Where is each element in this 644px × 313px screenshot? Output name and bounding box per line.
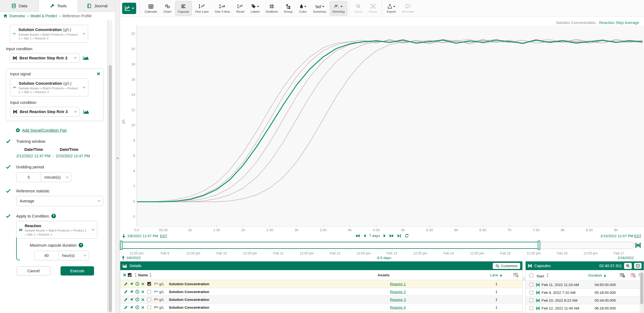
tab-tools[interactable]: Tools xyxy=(39,0,78,12)
scrubber-capsule-icon[interactable] xyxy=(635,242,641,248)
toolbar-summary-button[interactable]: Summary xyxy=(311,1,329,16)
scrubber-start-date[interactable]: 2/8/2022 xyxy=(126,256,141,260)
scrubber-right-handle[interactable] xyxy=(538,241,540,250)
legend-reaction-step-average[interactable]: Reaction Step Average xyxy=(599,21,639,25)
legend-solution-concentration[interactable]: Solution Concentration, xyxy=(556,21,597,25)
add-stat-column-icon[interactable] xyxy=(631,273,636,278)
toolbar-gridlines-button[interactable]: Gridlines xyxy=(263,1,281,16)
row-name[interactable]: Solution Concentration xyxy=(169,290,209,294)
row-name[interactable]: Solution Concentration xyxy=(169,305,209,309)
capsule-row[interactable]: Feb 9, 2022 7:10 AM 05:18:00.000 xyxy=(526,289,644,297)
skip-forward-button[interactable] xyxy=(389,234,394,238)
info-icon[interactable] xyxy=(134,305,140,309)
zoom-to-capsule-button[interactable] xyxy=(624,263,632,269)
max-duration-value-input[interactable]: 40 xyxy=(34,251,59,260)
step-forward-button[interactable] xyxy=(383,234,386,238)
capsule-row[interactable]: Feb 12, 2022 11:40 AM 06:16:00.000 xyxy=(526,304,644,312)
tab-journal[interactable]: Journal xyxy=(78,0,117,12)
capsule-row[interactable]: Feb 10, 2022 8:22 AM 05:34:00.000 xyxy=(526,297,644,304)
capsules-col-duration[interactable]: Duration ▲ xyxy=(588,273,620,277)
condition-trend-icon[interactable] xyxy=(83,55,89,60)
toolbar-capsule-button[interactable]: Capsule xyxy=(175,1,192,16)
remove-icon[interactable] xyxy=(140,306,146,309)
capsule-checkbox[interactable] xyxy=(529,283,533,287)
panel-drag-handle[interactable]: ∥ xyxy=(523,277,525,281)
collapse-sidebar-handle[interactable]: « xyxy=(116,156,119,160)
details-col-name[interactable]: Name xyxy=(138,273,148,277)
apply-condition-select[interactable]: Reaction Sample Assets » Batch Products … xyxy=(16,221,97,239)
toolbar-reset-lanes-button[interactable]: Reset xyxy=(233,1,247,16)
scrubber-left-handle[interactable] xyxy=(120,241,122,250)
toolbar-calendar-button[interactable]: Calendar xyxy=(142,1,160,16)
toolbar-one-lane-button[interactable]: One Lane xyxy=(192,1,212,16)
gridding-unit-select[interactable]: minute(s) xyxy=(41,172,71,182)
training-start[interactable]: 2/12/2022 12:47 PM xyxy=(16,154,50,158)
sort-icon[interactable]: ▲▼ xyxy=(134,272,137,278)
scrollbar-thumb[interactable] xyxy=(109,65,112,312)
toolbar-export-button[interactable]: Export xyxy=(384,1,398,16)
remove-pair-icon[interactable] xyxy=(97,72,100,76)
plot-area[interactable] xyxy=(137,26,644,227)
help-icon[interactable]: ? xyxy=(79,243,83,247)
scrollbar-thumb[interactable] xyxy=(640,273,643,304)
select-all-capsules-checkbox[interactable] xyxy=(529,274,533,277)
capsule-row[interactable]: Feb 11, 2022 11:24 AM 04:50:00.000 xyxy=(526,281,644,289)
collapse-panel-button[interactable] xyxy=(634,263,642,269)
scrubber-end-date[interactable]: 2/16/2022 xyxy=(618,256,634,260)
add-column-icon[interactable] xyxy=(509,273,522,277)
scrubber-selected-range[interactable] xyxy=(121,242,539,249)
execute-button[interactable]: Execute xyxy=(61,266,94,275)
edit-pencil-icon[interactable] xyxy=(123,298,129,301)
max-duration-unit-select[interactable]: hour(s) xyxy=(59,251,89,260)
help-icon[interactable]: ? xyxy=(51,214,56,218)
toolbar-color-button[interactable]: Color xyxy=(296,1,310,16)
timezone-link[interactable]: EST xyxy=(634,234,641,238)
info-icon[interactable] xyxy=(134,298,140,301)
forward-icon[interactable] xyxy=(129,290,134,294)
customize-button[interactable]: Customize xyxy=(493,263,520,269)
details-row-reactor-1[interactable]: g/L Solution Concentration Reactor 1 1 xyxy=(120,280,522,288)
tab-data[interactable]: Data xyxy=(0,0,39,12)
toolbar-one-y-axis-button[interactable]: One Y-Axis xyxy=(212,1,233,16)
refresh-button[interactable] xyxy=(405,234,409,238)
details-row-reactor-2[interactable]: g/L Solution Concentration Reactor 2 1 xyxy=(120,288,522,296)
info-icon[interactable] xyxy=(134,282,140,286)
input-condition-select-1[interactable]: Best Reaction Step Rctr 2 xyxy=(10,53,79,63)
range-duration-label[interactable]: 7 days xyxy=(369,234,380,238)
details-col-assets[interactable]: Assets xyxy=(378,273,483,277)
training-end[interactable]: 2/15/2022 12:47 PM xyxy=(56,154,90,158)
details-col-lane[interactable]: Lane ▲ xyxy=(483,273,509,277)
remove-all-icon[interactable] xyxy=(123,273,126,277)
row-checkbox[interactable] xyxy=(147,290,151,294)
add-signal-condition-pair-link[interactable]: Add Signal/Condition Pair xyxy=(22,128,67,132)
edit-pencil-icon[interactable] xyxy=(123,290,129,294)
info-icon[interactable] xyxy=(134,290,140,294)
capsule-checkbox[interactable] xyxy=(529,298,533,302)
input-signal-select-1[interactable]: Solution Concentration (g/L) Sample Asse… xyxy=(10,25,88,43)
capsules-scrollbar[interactable] xyxy=(640,270,644,313)
toolbar-group-button[interactable]: Group xyxy=(281,1,295,16)
input-signal-select-2[interactable]: Solution Concentration (g/L) Sample Asse… xyxy=(10,79,88,96)
display-range-end[interactable]: 2/15/2022 12:47 PM xyxy=(600,234,633,238)
forward-icon[interactable] xyxy=(129,298,134,301)
remove-icon[interactable] xyxy=(140,298,146,301)
remove-icon[interactable] xyxy=(140,283,146,285)
add-column-icon[interactable] xyxy=(620,273,628,278)
forward-icon[interactable] xyxy=(129,305,134,309)
toolbar-chain-button[interactable]: Chain xyxy=(161,1,175,16)
details-row-reactor-3[interactable]: g/L Solution Concentration Reactor 3 1 xyxy=(120,296,522,304)
asset-link[interactable]: Reactor 4 xyxy=(390,305,406,309)
remove-icon[interactable] xyxy=(140,290,146,293)
asset-link[interactable]: Reactor 2 xyxy=(390,290,406,294)
toolbar-labels-button[interactable]: Labels xyxy=(248,1,262,16)
condition-trend-icon[interactable] xyxy=(83,109,89,114)
step-back-button[interactable] xyxy=(363,234,366,238)
details-row-reactor-4[interactable]: g/L Solution Concentration Reactor 4 1 xyxy=(120,304,522,311)
cancel-button[interactable]: Cancel xyxy=(17,266,50,275)
row-checkbox[interactable] xyxy=(147,298,151,301)
row-checkbox[interactable] xyxy=(147,282,151,286)
view-mode-button[interactable] xyxy=(122,3,136,14)
breadcrumb-model-predict[interactable]: Model & Predict xyxy=(30,14,57,18)
sidebar-scrollbar[interactable] xyxy=(108,21,112,313)
capsule-checkbox[interactable] xyxy=(529,291,533,294)
